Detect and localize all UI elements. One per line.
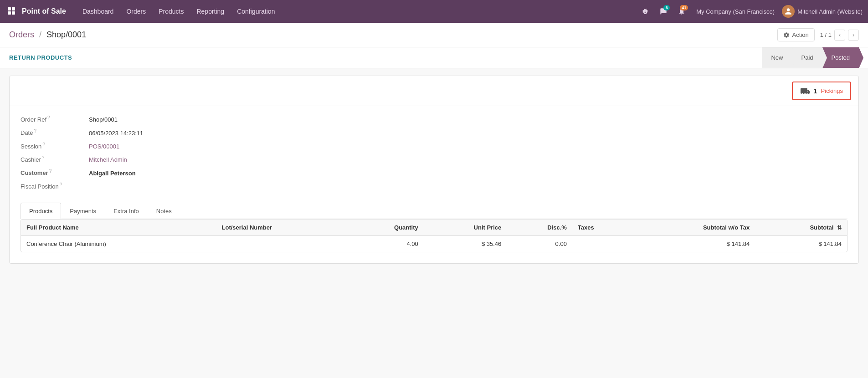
activity-icon[interactable]: 41: [674, 4, 689, 19]
cell-quantity: 4.00: [348, 235, 423, 252]
cell-disc: 0.00: [507, 235, 572, 252]
chat-icon[interactable]: 6: [656, 4, 671, 19]
svg-rect-1: [12, 7, 15, 10]
nav-orders[interactable]: Orders: [121, 5, 151, 18]
pickings-bar: 1 Pickings: [10, 76, 858, 106]
nav-configuration[interactable]: Configuration: [231, 5, 280, 18]
cashier-value: Mitchell Admin: [89, 156, 127, 163]
date-value: 06/05/2023 14:23:11: [89, 130, 143, 137]
order-ref-value: Shop/0001: [89, 116, 118, 123]
truck-icon: [800, 86, 810, 96]
pickings-button[interactable]: 1 Pickings: [792, 82, 851, 100]
col-unit-price: Unit Price: [424, 220, 507, 236]
order-ref-row: Order Ref? Shop/0001: [21, 115, 847, 123]
cell-lot-serial: [216, 235, 349, 252]
col-subtotal-wo-tax: Subtotal w/o Tax: [631, 220, 755, 236]
main-content: 1 Pickings Order Ref? Shop/0001 Date? 06…: [0, 68, 868, 271]
cashier-row: Cashier? Mitchell Admin: [21, 155, 847, 163]
col-subtotal: Subtotal ⇅: [755, 220, 847, 236]
bug-icon[interactable]: [638, 4, 652, 19]
avatar: [782, 5, 795, 18]
breadcrumb-separator: /: [39, 30, 41, 39]
col-lot-serial: Lot/serial Number: [216, 220, 349, 236]
cell-product-name: Conference Chair (Aluminium): [21, 235, 216, 252]
user-name: Mitchell Admin (Website): [797, 8, 863, 15]
customer-label: Customer?: [21, 169, 89, 176]
svg-rect-0: [8, 7, 11, 10]
app-grid-icon[interactable]: [5, 5, 18, 18]
status-bar: RETURN PRODUCTS New Paid Posted: [0, 47, 868, 68]
pickings-count: 1: [814, 87, 817, 95]
session-value: POS/00001: [89, 143, 119, 150]
top-nav: Point of Sale Dashboard Orders Products …: [0, 0, 868, 23]
breadcrumb-actions: Action 1 / 1 ‹ ›: [777, 28, 859, 41]
cell-subtotal: $ 141.84: [755, 235, 847, 252]
action-button[interactable]: Action: [777, 28, 815, 41]
products-table: Full Product Name Lot/serial Number Quan…: [21, 220, 847, 252]
status-steps: New Paid Posted: [762, 47, 859, 68]
table-row: Conference Chair (Aluminium) 4.00 $ 35.4…: [21, 235, 847, 252]
customer-value: Abigail Peterson: [89, 170, 136, 177]
tab-notes[interactable]: Notes: [148, 203, 180, 219]
cell-taxes: [572, 235, 631, 252]
status-new: New: [762, 47, 792, 68]
pager-text: 1 / 1: [820, 31, 832, 38]
pager-next[interactable]: ›: [848, 30, 859, 41]
action-label: Action: [792, 31, 809, 38]
cashier-label: Cashier?: [21, 155, 89, 163]
fiscal-pos-label: Fiscal Position?: [21, 182, 89, 190]
cell-subtotal-wo-tax: $ 141.84: [631, 235, 755, 252]
date-label: Date?: [21, 128, 89, 136]
products-table-container: Full Product Name Lot/serial Number Quan…: [21, 219, 847, 252]
tab-payments[interactable]: Payments: [61, 203, 105, 219]
breadcrumb-parent[interactable]: Orders: [9, 30, 34, 39]
pickings-label: Pickings: [821, 87, 843, 94]
tab-products[interactable]: Products: [21, 203, 61, 219]
col-taxes: Taxes: [572, 220, 631, 236]
pager: 1 / 1 ‹ ›: [820, 30, 859, 41]
chat-badge: 6: [663, 5, 670, 10]
return-products-button[interactable]: RETURN PRODUCTS: [9, 54, 72, 61]
nav-dashboard[interactable]: Dashboard: [77, 5, 119, 18]
activity-badge: 41: [680, 5, 688, 10]
svg-rect-2: [8, 11, 11, 15]
status-posted: Posted: [822, 47, 859, 68]
table-header-row: Full Product Name Lot/serial Number Quan…: [21, 220, 847, 236]
col-product-name: Full Product Name: [21, 220, 216, 236]
breadcrumb-current: Shop/0001: [46, 30, 86, 39]
session-label: Session?: [21, 142, 89, 150]
app-title: Point of Sale: [22, 7, 66, 15]
col-disc: Disc.%: [507, 220, 572, 236]
company-info: My Company (San Francisco): [696, 8, 775, 15]
pager-prev[interactable]: ‹: [834, 30, 845, 41]
tabs: Products Payments Extra Info Notes: [21, 203, 847, 219]
fiscal-pos-row: Fiscal Position?: [21, 182, 847, 190]
svg-rect-3: [12, 11, 15, 15]
nav-icons: 6 41 My Company (San Francisco) Mitchell…: [638, 4, 863, 19]
nav-products[interactable]: Products: [153, 5, 189, 18]
cell-unit-price: $ 35.46: [424, 235, 507, 252]
order-card: 1 Pickings Order Ref? Shop/0001 Date? 06…: [9, 76, 859, 264]
breadcrumb-bar: Orders / Shop/0001 Action 1 / 1 ‹ ›: [0, 23, 868, 47]
date-row: Date? 06/05/2023 14:23:11: [21, 128, 847, 136]
session-row: Session? POS/00001: [21, 142, 847, 150]
form-section: Order Ref? Shop/0001 Date? 06/05/2023 14…: [10, 106, 858, 203]
breadcrumb: Orders / Shop/0001: [9, 30, 86, 40]
user-info[interactable]: Mitchell Admin (Website): [782, 5, 863, 18]
order-ref-label: Order Ref?: [21, 115, 89, 123]
tab-extra-info[interactable]: Extra Info: [105, 203, 148, 219]
nav-reporting[interactable]: Reporting: [191, 5, 230, 18]
customer-row: Customer? Abigail Peterson: [21, 169, 847, 176]
col-quantity: Quantity: [348, 220, 423, 236]
